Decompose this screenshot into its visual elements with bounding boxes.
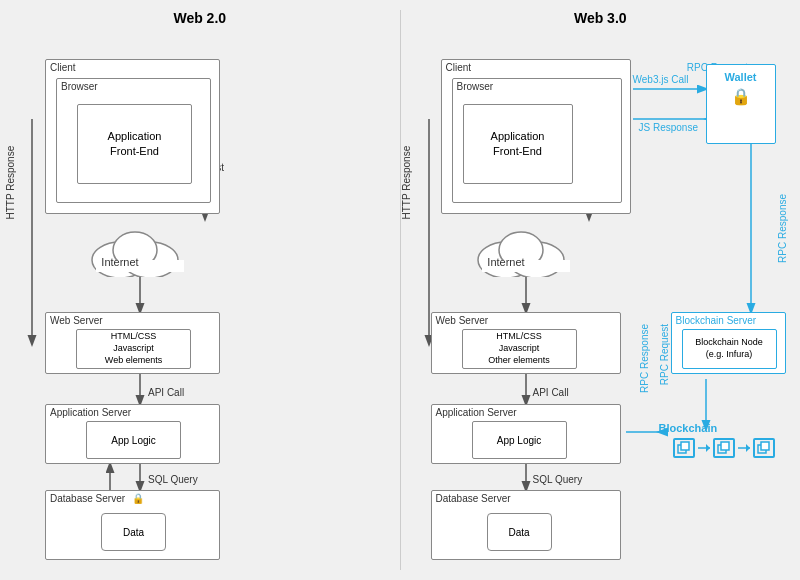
- web3-web-server-label: Web Server: [436, 315, 489, 326]
- web3-sql-query-label: SQL Query: [533, 474, 583, 485]
- http-response-label: HTTP Response: [5, 146, 16, 220]
- web3js-call-label: Web3.js Call: [633, 74, 689, 85]
- web3-data-box: Data: [487, 513, 552, 551]
- web3-column: Web 3.0: [411, 10, 791, 570]
- wallet-box: Wallet 🔒: [706, 64, 776, 144]
- api-call-label: API Call: [148, 387, 184, 398]
- blockchain-server-label: Blockchain Server: [676, 315, 757, 326]
- web3-title: Web 3.0: [411, 10, 791, 26]
- svg-rect-35: [761, 442, 769, 450]
- web3-app-server-box: Application Server App Logic: [431, 404, 621, 464]
- sql-query-label: SQL Query: [148, 474, 198, 485]
- rpc-request-side-label: RPC Request: [659, 324, 670, 385]
- svg-text:Internet: Internet: [101, 256, 138, 268]
- blockchain-label: Blockchain: [659, 422, 789, 434]
- cube1: [673, 438, 695, 458]
- blockchain-node-box: Blockchain Node(e.g. Infura): [682, 329, 777, 369]
- browser-label: Browser: [61, 81, 98, 92]
- cube3: [753, 438, 775, 458]
- web3-db-server-box: Database Server Data: [431, 490, 621, 560]
- svg-text:Internet: Internet: [487, 256, 524, 268]
- svg-rect-31: [721, 442, 729, 450]
- db-server-box: Database Server 🔒 Data: [45, 490, 220, 560]
- blockchain-icons: [659, 438, 789, 458]
- web3-app-frontend-box: ApplicationFront-End: [463, 104, 573, 184]
- web3-app-server-label: Application Server: [436, 407, 517, 418]
- web3-api-call-label: API Call: [533, 387, 569, 398]
- browser-box: Browser ApplicationFront-End: [56, 78, 211, 203]
- client-box: Client Browser ApplicationFront-End: [45, 59, 220, 214]
- column-divider: [400, 10, 401, 570]
- web3-client-label: Client: [446, 62, 472, 73]
- main-container: Web 2.0: [0, 0, 800, 580]
- client-label: Client: [50, 62, 76, 73]
- web3-browser-box: Browser ApplicationFront-End: [452, 78, 622, 203]
- web3-app-logic-box: App Logic: [472, 421, 567, 459]
- blockchain-area: Blockchain: [659, 422, 789, 484]
- web-server-label: Web Server: [50, 315, 103, 326]
- internet-cloud: Internet: [80, 222, 200, 280]
- wallet-label: Wallet: [707, 65, 775, 83]
- db-server-label: Database Server 🔒: [50, 493, 144, 504]
- svg-marker-33: [746, 444, 750, 452]
- data-box: Data: [101, 513, 166, 551]
- web3-internet-cloud: Internet: [466, 222, 586, 280]
- web3-web-server-box: Web Server HTML/CSSJavascriptOther eleme…: [431, 312, 621, 374]
- cube2: [713, 438, 735, 458]
- web3-client-box: Client Browser ApplicationFront-End: [441, 59, 631, 214]
- app-server-label: Application Server: [50, 407, 131, 418]
- rpc-response-side-label: RPC Response: [639, 324, 650, 393]
- app-server-box: Application Server App Logic: [45, 404, 220, 464]
- web3-web-server-content: HTML/CSSJavascriptOther elements: [462, 329, 577, 369]
- web3-http-response-label: HTTP Response: [400, 146, 411, 220]
- web-server-box: Web Server HTML/CSSJavascriptWeb element…: [45, 312, 220, 374]
- rpc-response-right-label: RPC Response: [777, 194, 788, 263]
- svg-rect-27: [681, 442, 689, 450]
- svg-marker-29: [706, 444, 710, 452]
- web-server-content: HTML/CSSJavascriptWeb elements: [76, 329, 191, 369]
- blockchain-server-box: Blockchain Server Blockchain Node(e.g. I…: [671, 312, 786, 374]
- web2-title: Web 2.0: [10, 10, 390, 26]
- app-frontend-box: ApplicationFront-End: [77, 104, 192, 184]
- web3-diagram: HTTP Response HTTP Request RPC Request R…: [411, 34, 791, 570]
- web2-diagram: HTTP Response HTTP Request Client Browse…: [10, 34, 390, 570]
- web3-browser-label: Browser: [457, 81, 494, 92]
- web3-db-server-label: Database Server: [436, 493, 511, 504]
- app-logic-box: App Logic: [86, 421, 181, 459]
- web2-column: Web 2.0: [10, 10, 390, 570]
- js-response-label: JS Response: [639, 122, 698, 133]
